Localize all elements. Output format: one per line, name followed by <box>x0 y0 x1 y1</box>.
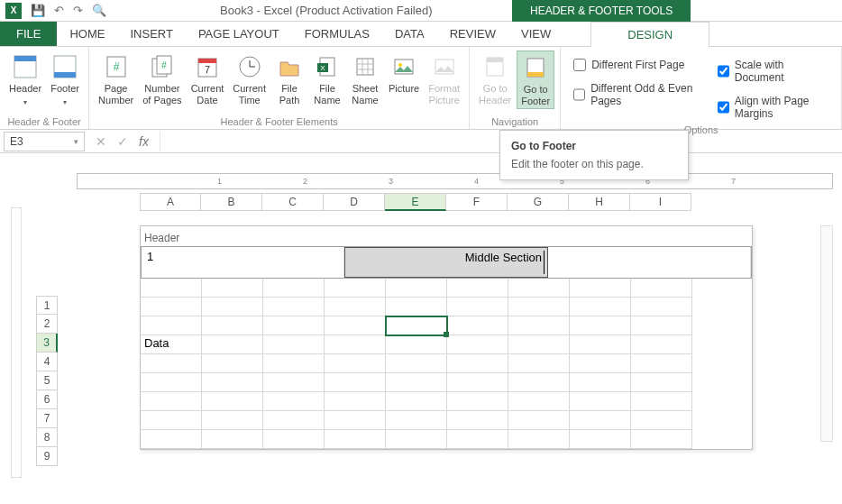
cell[interactable] <box>386 335 447 354</box>
cell[interactable] <box>202 430 263 449</box>
cell[interactable] <box>325 335 386 354</box>
col-header[interactable]: D <box>324 193 385 211</box>
cell[interactable] <box>325 279 386 298</box>
cell[interactable] <box>447 298 508 316</box>
undo-icon[interactable]: ↶ <box>54 4 64 17</box>
cell[interactable] <box>386 279 447 298</box>
cell[interactable] <box>202 373 263 392</box>
cell[interactable] <box>447 392 508 411</box>
tab-review[interactable]: REVIEW <box>437 22 508 46</box>
cell[interactable] <box>141 354 202 373</box>
cell[interactable] <box>263 298 325 316</box>
cell[interactable] <box>447 316 508 335</box>
cell[interactable] <box>325 354 386 373</box>
number-of-pages-button[interactable]: # Number of Pages <box>139 50 185 107</box>
cell[interactable] <box>570 411 631 430</box>
cell[interactable] <box>570 279 631 298</box>
cell[interactable] <box>631 298 692 316</box>
cell[interactable] <box>631 335 692 354</box>
row-header-selected[interactable]: 3 <box>36 334 58 353</box>
tab-home[interactable]: HOME <box>57 22 117 46</box>
cell[interactable] <box>202 354 263 373</box>
cell[interactable] <box>325 298 386 316</box>
cell[interactable] <box>202 279 263 298</box>
cell[interactable] <box>325 411 386 430</box>
tab-file[interactable]: FILE <box>0 22 57 46</box>
tab-page-layout[interactable]: PAGE LAYOUT <box>186 22 292 46</box>
cell[interactable] <box>508 392 570 411</box>
cell[interactable] <box>141 392 202 411</box>
different-first-page-checkbox[interactable]: Different First Page <box>566 56 709 74</box>
cell[interactable] <box>631 430 692 449</box>
row-header[interactable]: 6 <box>36 390 58 409</box>
name-box[interactable]: E3 ▾ <box>4 132 85 151</box>
tab-view[interactable]: VIEW <box>508 22 563 46</box>
row-header[interactable]: 4 <box>36 353 58 371</box>
cell[interactable] <box>202 298 263 316</box>
picture-button[interactable]: Picture <box>385 50 423 96</box>
tab-formulas[interactable]: FORMULAS <box>292 22 382 46</box>
cell[interactable] <box>631 279 692 298</box>
cell[interactable] <box>447 279 508 298</box>
cell[interactable] <box>508 373 570 392</box>
current-date-button[interactable]: 7 Current Date <box>188 50 228 107</box>
row-header[interactable]: 7 <box>36 409 58 428</box>
cell[interactable] <box>631 354 692 373</box>
redo-icon[interactable]: ↷ <box>73 4 83 17</box>
cell[interactable]: Data <box>141 335 202 354</box>
cell[interactable] <box>141 298 202 316</box>
cell[interactable] <box>141 411 202 430</box>
cell[interactable] <box>386 430 447 449</box>
cell[interactable] <box>386 373 447 392</box>
cell[interactable] <box>202 411 263 430</box>
cell[interactable] <box>508 335 570 354</box>
row-header[interactable]: 9 <box>36 447 58 466</box>
cell[interactable] <box>508 279 570 298</box>
cell[interactable] <box>386 411 447 430</box>
col-header-selected[interactable]: E <box>385 193 446 211</box>
cell[interactable] <box>570 354 631 373</box>
file-name-button[interactable]: X File Name <box>309 50 345 107</box>
cell[interactable] <box>447 354 508 373</box>
cell[interactable] <box>263 373 325 392</box>
page-number-button[interactable]: # Page Number <box>95 50 137 107</box>
cell[interactable] <box>386 298 447 316</box>
sheet-name-button[interactable]: Sheet Name <box>347 50 383 107</box>
cell[interactable] <box>141 373 202 392</box>
col-header[interactable]: I <box>630 193 691 211</box>
cell[interactable] <box>631 411 692 430</box>
col-header[interactable]: H <box>569 193 630 211</box>
cell[interactable] <box>570 430 631 449</box>
header-right-box[interactable] <box>548 247 751 278</box>
cell[interactable] <box>508 298 570 316</box>
col-header[interactable]: B <box>201 193 262 211</box>
cell[interactable] <box>508 316 570 335</box>
cell-selected[interactable] <box>386 316 447 335</box>
cell[interactable] <box>447 430 508 449</box>
scale-with-document-checkbox[interactable]: Scale with Document <box>710 56 836 87</box>
cell[interactable] <box>141 279 202 298</box>
cell[interactable] <box>570 335 631 354</box>
col-header[interactable]: C <box>262 193 324 211</box>
cell[interactable] <box>570 373 631 392</box>
cell[interactable] <box>386 354 447 373</box>
fx-icon[interactable]: fx <box>139 134 149 149</box>
cell[interactable] <box>325 392 386 411</box>
cell[interactable] <box>631 373 692 392</box>
cell[interactable] <box>508 411 570 430</box>
tab-insert[interactable]: INSERT <box>117 22 185 46</box>
cell[interactable] <box>631 392 692 411</box>
cell[interactable] <box>447 411 508 430</box>
cell[interactable] <box>202 335 263 354</box>
row-header[interactable]: 8 <box>36 428 58 447</box>
cell[interactable] <box>325 373 386 392</box>
cell[interactable] <box>263 279 325 298</box>
row-header[interactable]: 2 <box>36 315 58 334</box>
cell[interactable] <box>263 411 325 430</box>
cell[interactable] <box>325 316 386 335</box>
cell[interactable] <box>263 316 325 335</box>
tab-data[interactable]: DATA <box>382 22 437 46</box>
tab-design[interactable]: DESIGN <box>590 22 709 47</box>
cell[interactable] <box>508 430 570 449</box>
cell[interactable] <box>263 335 325 354</box>
